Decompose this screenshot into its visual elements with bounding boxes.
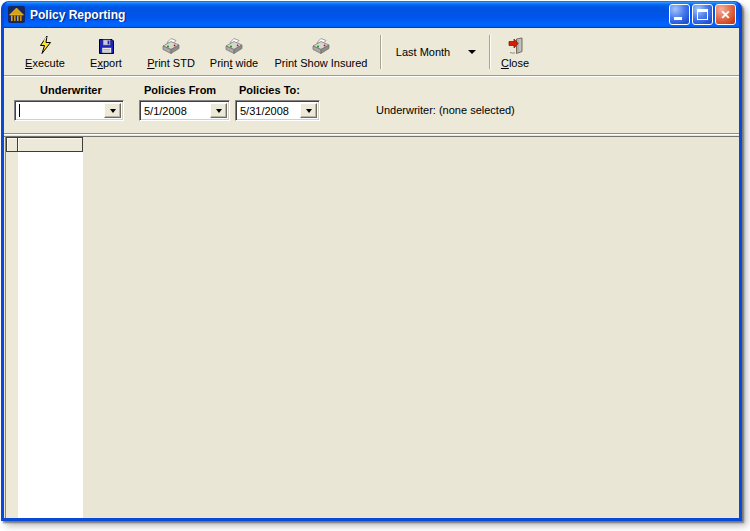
title-bar[interactable]: Policy Reporting ✕ — [4, 1, 739, 28]
chevron-down-icon — [110, 109, 116, 113]
report-grid-area — [4, 134, 739, 518]
close-icon: ✕ — [716, 5, 735, 24]
last-month-button[interactable]: Last Month — [389, 28, 457, 75]
execute-button[interactable]: Execute — [16, 28, 74, 75]
close-button[interactable]: Close — [494, 28, 536, 75]
lightning-icon — [37, 35, 53, 55]
grid-top-border — [4, 136, 739, 137]
close-window-button[interactable]: ✕ — [715, 4, 736, 25]
export-button[interactable]: Export — [82, 28, 130, 75]
execute-label: Execute — [25, 57, 65, 69]
policies-to-combobox[interactable]: 5/31/2008 — [235, 100, 320, 121]
underwriter-dropdown-button[interactable] — [104, 103, 121, 118]
underwriter-label: Underwriter — [40, 84, 102, 96]
grid-row-header-column — [6, 152, 18, 518]
chevron-down-icon — [306, 109, 312, 113]
print-std-label: Print STD — [147, 57, 195, 69]
print-wide-button[interactable]: Print wide — [206, 28, 262, 75]
window-controls: ✕ — [669, 4, 736, 25]
print-std-button[interactable]: Print STD — [144, 28, 198, 75]
filter-bar: Underwriter Policies From Policies To: 5… — [4, 76, 739, 134]
minimize-button[interactable] — [669, 4, 690, 25]
print-show-insured-label: Print Show Insured — [275, 57, 368, 69]
policies-from-dropdown-button[interactable] — [210, 103, 227, 118]
chevron-down-icon — [468, 50, 476, 54]
save-floppy-icon — [98, 38, 115, 55]
toolbar: Execute Export — [4, 28, 739, 76]
underwriter-combobox[interactable] — [14, 100, 124, 121]
policies-from-label: Policies From — [144, 84, 216, 96]
maximize-icon — [697, 9, 708, 20]
app-logo-icon — [8, 6, 25, 23]
policy-reporting-window: Policy Reporting ✕ — [1, 1, 742, 521]
maximize-button[interactable] — [692, 4, 713, 25]
window-title: Policy Reporting — [30, 8, 669, 22]
printer-icon — [160, 36, 182, 55]
underwriter-status-text: Underwriter: (none selected) — [376, 104, 515, 116]
date-range-dropdown-button[interactable] — [463, 28, 481, 75]
minimize-icon — [674, 17, 682, 20]
policies-from-combobox[interactable]: 5/1/2008 — [139, 100, 230, 121]
toolbar-separator — [489, 35, 490, 69]
print-show-insured-button[interactable]: Print Show Insured — [270, 28, 372, 75]
policies-to-value[interactable]: 5/31/2008 — [236, 105, 298, 117]
exit-door-icon — [506, 36, 525, 55]
toolbar-separator — [380, 35, 381, 69]
text-caret — [19, 104, 20, 117]
policies-from-value[interactable]: 5/1/2008 — [140, 105, 208, 117]
grid-data-column — [18, 152, 83, 518]
last-month-label: Last Month — [396, 46, 450, 58]
client-area: Execute Export — [4, 28, 739, 518]
chevron-down-icon — [216, 109, 222, 113]
print-wide-label: Print wide — [210, 57, 258, 69]
export-label: Export — [90, 57, 122, 69]
printer-icon — [223, 36, 245, 55]
policies-to-label: Policies To: — [239, 84, 300, 96]
close-label: Close — [501, 57, 529, 69]
policies-to-dropdown-button[interactable] — [300, 103, 317, 118]
printer-icon — [310, 36, 332, 55]
grid-column-header[interactable] — [17, 137, 83, 152]
